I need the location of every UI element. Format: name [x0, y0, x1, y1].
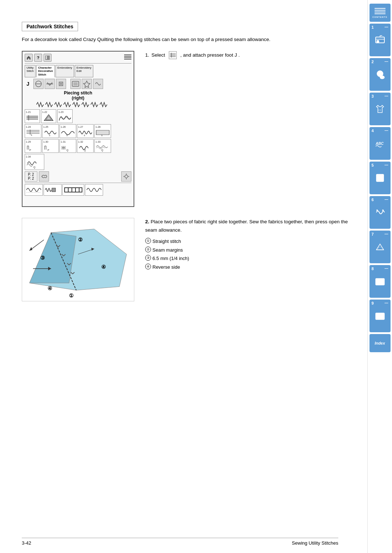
list-item: ② Seam margins: [145, 246, 349, 254]
svg-rect-3: [124, 54, 131, 55]
list-item: ① Straight stitch: [145, 237, 349, 245]
svg-rect-61: [65, 188, 68, 192]
stitch-1-25[interactable]: 1-25 s: [42, 124, 59, 138]
svg-text:Q: Q: [66, 149, 69, 152]
svg-rect-89: [375, 10, 385, 11]
tab-utility[interactable]: UtilityStitch: [25, 65, 36, 78]
stitch-1-32[interactable]: 1-32 Q: [77, 139, 94, 153]
svg-marker-16: [83, 81, 90, 88]
stitch-bottom-2[interactable]: [44, 184, 62, 196]
stitch-1-33[interactable]: 1-33 Q: [94, 139, 111, 153]
step2-list: ① Straight stitch ② Seam margins ③ 6.5 m…: [145, 237, 349, 271]
list-num-3: ③: [145, 255, 151, 261]
stitch-1-28[interactable]: 1-28 s: [94, 124, 111, 138]
tab-embroidery[interactable]: Embroidery: [56, 65, 74, 78]
stitch-1-26[interactable]: 1-26 s: [60, 124, 76, 138]
machine-top-bar: ?: [25, 54, 131, 64]
stitch-1-31[interactable]: 1-31 Q: [60, 139, 76, 153]
stitch-icon-2[interactable]: [45, 79, 55, 89]
stitch-icon-1[interactable]: [33, 79, 44, 89]
stitch-1-30[interactable]: 1-30 P: [42, 139, 59, 153]
svg-text:ABC: ABC: [375, 142, 384, 146]
stitch-icon-6[interactable]: [93, 79, 103, 89]
sidebar-btn-8[interactable]: 8 —: [369, 265, 391, 298]
list-num-4: ④: [145, 264, 151, 269]
svg-point-93: [377, 40, 379, 42]
svg-rect-64: [76, 188, 79, 192]
svg-rect-6: [124, 59, 131, 60]
stitch-bottom-1[interactable]: [25, 184, 43, 196]
stitch-1-29[interactable]: 1-29 · P: [25, 139, 41, 153]
svg-text:P: P: [48, 149, 49, 151]
sidebar-btn-7[interactable]: 7 —: [369, 231, 391, 263]
svg-point-107: [382, 210, 384, 211]
machine-list-icon[interactable]: [124, 54, 131, 61]
tab-embroidery-edit[interactable]: EmbroideryEdit: [75, 65, 93, 78]
fabric-label-2: ②: [78, 237, 83, 243]
sidebar-btn-3[interactable]: 3 —: [369, 93, 391, 125]
machine-info-icon[interactable]: [44, 54, 52, 62]
machine-bottom-row: P. 2P. 2: [25, 171, 131, 182]
svg-rect-59: [52, 188, 56, 192]
list-num-1: ①: [145, 238, 151, 244]
machine-home-icon[interactable]: [25, 54, 33, 62]
j-stitch-label: J: [25, 81, 31, 87]
intro-text: For a decorative look called Crazy Quilt…: [22, 36, 349, 44]
machine-panel: ?: [22, 51, 134, 207]
list-text-1: Straight stitch: [152, 237, 181, 245]
settings-icon[interactable]: [121, 171, 131, 182]
fabric-label-1: ①: [69, 293, 74, 298]
svg-rect-90: [375, 12, 385, 12]
svg-rect-65: [79, 188, 82, 192]
svg-text:s: s: [31, 134, 32, 136]
stitch-bottom-3[interactable]: [62, 184, 84, 196]
stitch-icon-5[interactable]: [82, 79, 92, 89]
footer-page-num: 3-42: [22, 540, 31, 546]
section-title: Patchwork Stitches: [22, 22, 78, 31]
step2-text: 2. Place two pieces of fabric right side…: [145, 218, 349, 235]
fabric-label-4: ④: [101, 264, 106, 269]
stitch-1-21[interactable]: 1-21: [25, 109, 40, 123]
svg-rect-4: [124, 56, 131, 57]
sidebar-btn-1[interactable]: 1 —: [369, 24, 391, 56]
stitch-bottom-4[interactable]: [85, 184, 103, 196]
stitch-icon-4[interactable]: [70, 79, 81, 89]
stitch-1-23[interactable]: 1-23: [57, 109, 73, 123]
step1-select-label: Select: [151, 51, 165, 60]
fabric-label-4b: ④: [48, 285, 52, 291]
select-indicator: [169, 51, 177, 59]
machine-tabs[interactable]: UtilityStitch CharacterDecorativeStitch …: [25, 65, 131, 78]
stitch-row-2: 1-24 s 1-25 s: [25, 124, 131, 138]
svg-text:P: P: [29, 149, 31, 151]
stitch-1-34[interactable]: 1-34 Q: [25, 154, 44, 170]
piecing-stitch-label: Piecing stitch (right): [25, 90, 131, 101]
step1-area: 1. Select , and attach presser foot: [145, 51, 349, 207]
sidebar-btn-6[interactable]: 6 —: [369, 196, 391, 229]
step2-area: 2. Place two pieces of fabric right side…: [145, 218, 349, 301]
tab-character[interactable]: CharacterDecorativeStitch: [36, 65, 55, 78]
sidebar-btn-contents[interactable]: CONTENTS: [369, 4, 391, 22]
fabric-illustration: ③ ② ④ ④ ①: [22, 218, 134, 301]
stitch-pattern-row: [25, 101, 131, 108]
stitch-row-1: 1-21 1-22: [25, 109, 131, 123]
sidebar-btn-4[interactable]: 4 — ABC: [369, 127, 391, 160]
svg-rect-1: [46, 57, 47, 59]
sidebar-btn-2[interactable]: 2 —: [369, 58, 391, 91]
svg-text:s: s: [84, 134, 85, 137]
nav-icon[interactable]: [39, 171, 49, 182]
page-indicator[interactable]: P. 2P. 2: [25, 171, 37, 182]
sidebar-btn-9[interactable]: 9 — 9!: [369, 300, 391, 332]
svg-rect-2: [46, 56, 47, 57]
stitch-row-3: 1-29 · P 1-30: [25, 139, 131, 153]
stitch-icon-3[interactable]: [56, 79, 66, 89]
machine-help-icon[interactable]: ?: [34, 54, 42, 62]
svg-point-53: [125, 175, 128, 178]
sidebar-btn-5[interactable]: 5 —: [369, 162, 391, 194]
sidebar-btn-index[interactable]: Index: [369, 334, 391, 352]
step1-number: 1.: [145, 51, 149, 60]
stitch-1-22[interactable]: 1-22: [41, 109, 56, 123]
stitch-1-27[interactable]: 1-27 s: [77, 124, 94, 138]
list-item: ④ Reverse side: [145, 263, 349, 271]
stitch-1-24[interactable]: 1-24 s: [25, 124, 41, 138]
list-item: ③ 6.5 mm (1/4 inch): [145, 254, 349, 263]
